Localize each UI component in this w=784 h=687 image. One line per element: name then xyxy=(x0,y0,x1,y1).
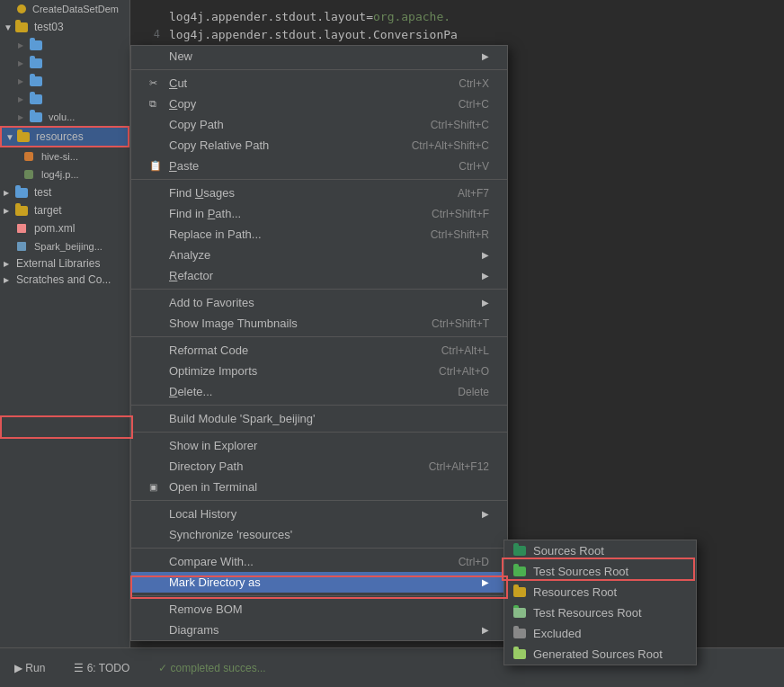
sidebar-item-resources[interactable]: ▼ resources xyxy=(0,126,129,147)
submenu-item-resources-root[interactable]: Resources Root xyxy=(504,582,696,602)
folder-icon xyxy=(16,129,31,144)
submenu-item-sources-root[interactable]: Sources Root xyxy=(504,540,696,561)
arrow-icon: ▶ xyxy=(18,59,29,67)
resources-root-icon xyxy=(513,587,528,598)
menu-item-dir-path[interactable]: Directory Path Ctrl+Alt+F12 xyxy=(131,456,507,477)
menu-item-optimize[interactable]: Optimize Imports Ctrl+Alt+O xyxy=(131,361,507,381)
menu-item-copy-path[interactable]: Copy Path Ctrl+Shift+C xyxy=(131,114,507,135)
sidebar-item-6[interactable]: ▶ xyxy=(0,90,129,108)
menu-separator-4 xyxy=(131,336,507,337)
menu-item-mark-directory[interactable]: Mark Directory as ▶ xyxy=(131,572,507,593)
generated-sources-icon xyxy=(513,649,528,660)
folder-icon-test xyxy=(14,185,29,200)
sidebar-item-3[interactable]: ▶ xyxy=(0,36,129,54)
folder-icon xyxy=(29,56,43,70)
arrow-icon: ▶ xyxy=(18,113,29,121)
menu-item-paste[interactable]: 📋 Paste Ctrl+V xyxy=(131,156,507,176)
paste-icon: 📋 xyxy=(149,160,164,172)
menu-separator-5 xyxy=(131,405,507,406)
arrow-icon: ▶ xyxy=(4,189,14,197)
menu-item-show-explorer[interactable]: Show in Explorer xyxy=(131,435,507,456)
menu-separator-3 xyxy=(131,289,507,290)
submenu-item-test-sources-root[interactable]: Test Sources Root xyxy=(504,561,696,582)
sidebar-item-spark[interactable]: Spark_beijing... xyxy=(0,237,129,255)
menu-item-remove-bom[interactable]: Remove BOM xyxy=(131,599,507,620)
menu-item-refactor[interactable]: Refactor ▶ xyxy=(131,265,507,286)
folder-icon-target xyxy=(14,203,29,218)
svg-rect-1 xyxy=(24,152,33,161)
menu-item-copy[interactable]: ⧉ Copy Ctrl+C xyxy=(131,94,507,114)
sidebar-item-4[interactable]: ▶ xyxy=(0,54,129,72)
folder-icon xyxy=(29,92,43,106)
menu-item-thumbnails[interactable]: Show Image Thumbnails Ctrl+Shift+T xyxy=(131,313,507,334)
menu-item-build[interactable]: Build Module 'Spark_beijing' xyxy=(131,408,507,429)
arrow-icon: ▼ xyxy=(5,132,16,142)
sidebar-item-pomxml[interactable]: pom.xml xyxy=(0,219,129,237)
sidebar-item-5[interactable]: ▶ xyxy=(0,72,129,90)
menu-item-cut[interactable]: ✂ Cut Ctrl+X xyxy=(131,73,507,94)
menu-separator-6 xyxy=(131,432,507,433)
menu-item-terminal[interactable]: ▣ Open in Terminal xyxy=(131,477,507,497)
sidebar-item-createdataset[interactable]: CreateDataSetDem xyxy=(0,0,129,18)
sidebar-item-log4j[interactable]: log4j.p... xyxy=(0,165,129,183)
tab-run[interactable]: ▶ Run xyxy=(7,658,52,678)
menu-item-local-history[interactable]: Local History ▶ xyxy=(131,504,507,524)
menu-item-replace-in-path[interactable]: Replace in Path... Ctrl+Shift+R xyxy=(131,224,507,245)
menu-item-synchronize[interactable]: Synchronize 'resources' xyxy=(131,524,507,545)
menu-item-compare[interactable]: Compare With... Ctrl+D xyxy=(131,551,507,572)
menu-item-copy-relative[interactable]: Copy Relative Path Ctrl+Alt+Shift+C xyxy=(131,135,507,156)
status-text: ✓ completed succes... xyxy=(158,662,265,674)
file-icon xyxy=(14,2,29,16)
test-sources-root-icon xyxy=(513,567,528,577)
menu-item-favorites[interactable]: Add to Favorites ▶ xyxy=(131,292,507,313)
svg-rect-4 xyxy=(17,242,26,251)
sources-root-icon xyxy=(513,546,528,557)
sidebar-item-test03[interactable]: ▼ test03 xyxy=(0,18,129,36)
arrow-icon: ▼ xyxy=(4,22,14,32)
folder-icon xyxy=(14,20,29,34)
submenu-item-test-resources-root[interactable]: Test Resources Root xyxy=(504,602,696,623)
excluded-icon xyxy=(513,629,528,639)
menu-separator-8 xyxy=(131,548,507,549)
sidebar-volu-label: volu... xyxy=(49,112,75,122)
menu-item-reformat[interactable]: Reformat Code Ctrl+Alt+L xyxy=(131,340,507,361)
submenu-item-generated-sources[interactable]: Generated Sources Root xyxy=(504,644,696,665)
sidebar-item-volu[interactable]: ▶ volu... xyxy=(0,108,129,126)
folder-icon xyxy=(29,38,43,52)
menu-item-find-usages[interactable]: Find Usages Alt+F7 xyxy=(131,183,507,203)
menu-item-analyze[interactable]: Analyze ▶ xyxy=(131,245,507,265)
arrow-icon: ▶ xyxy=(4,207,14,215)
sidebar-item-test[interactable]: ▶ test xyxy=(0,183,129,201)
file-icon-hive xyxy=(22,149,36,164)
code-line-1: log4j.appender.stdout.layout=org.apache. xyxy=(138,7,777,25)
arrow-icon: ▶ xyxy=(4,276,14,284)
mark-directory-submenu: Sources Root Test Sources Root Resources… xyxy=(503,540,697,665)
file-icon-log4j xyxy=(22,167,36,182)
file-icon-pom xyxy=(14,221,29,236)
file-icon-spark xyxy=(14,239,29,254)
code-line-2: 4 log4j.appender.stdout.layout.Conversio… xyxy=(138,25,777,43)
svg-rect-3 xyxy=(17,224,26,233)
test-resources-root-icon xyxy=(513,608,528,619)
svg-point-0 xyxy=(17,4,26,13)
ide-background: CreateDataSetDem ▼ test03 ▶ ▶ ▶ ▶ ▶ volu… xyxy=(0,0,784,687)
menu-item-diagrams[interactable]: Diagrams ▶ xyxy=(131,620,507,640)
copy-icon: ⧉ xyxy=(149,98,164,110)
menu-separator-7 xyxy=(131,500,507,501)
menu-separator-9 xyxy=(131,595,507,596)
submenu-item-excluded[interactable]: Excluded xyxy=(504,623,696,644)
sidebar-item-hivesi[interactable]: hive-si... xyxy=(0,147,129,165)
menu-item-delete[interactable]: Delete... Delete xyxy=(131,381,507,402)
sidebar-item-target[interactable]: ▶ target xyxy=(0,201,129,219)
arrow-icon: ▶ xyxy=(18,77,29,85)
menu-separator-2 xyxy=(131,179,507,180)
menu-item-find-in-path[interactable]: Find in Path... Ctrl+Shift+F xyxy=(131,203,507,224)
context-menu: New ▶ ✂ Cut Ctrl+X ⧉ Copy Ctrl+C Copy Pa… xyxy=(130,45,508,641)
sidebar-item-scratches[interactable]: ▶ Scratches and Co... xyxy=(0,272,129,288)
menu-item-new[interactable]: New ▶ xyxy=(131,46,507,67)
arrow-icon: ▶ xyxy=(18,95,29,103)
terminal-icon: ▣ xyxy=(149,482,164,492)
tab-todo[interactable]: ☰ 6: TODO xyxy=(67,658,137,678)
folder-icon xyxy=(29,74,43,88)
sidebar-item-external[interactable]: ▶ External Libraries xyxy=(0,255,129,272)
